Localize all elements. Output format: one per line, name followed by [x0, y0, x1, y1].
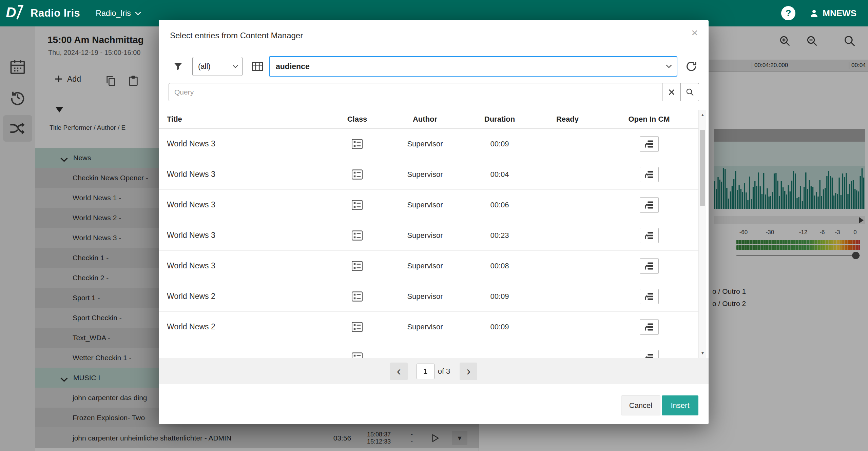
table-row[interactable]: World News 3 Supervisor 00:08 — [159, 251, 698, 281]
class-cell — [328, 261, 386, 271]
row-duration: 00:09 — [464, 140, 535, 148]
saved-search-input[interactable] — [270, 57, 677, 76]
open-in-cm-button[interactable] — [640, 228, 659, 243]
content-manager-dialog: Select entries from Content Manager × (a… — [159, 20, 709, 424]
open-in-cm-icon — [644, 170, 654, 179]
open-in-cm-button[interactable] — [640, 167, 659, 182]
help-button[interactable]: ? — [781, 6, 795, 20]
column-header-title[interactable]: Title — [159, 115, 328, 124]
row-duration: 00:06 — [464, 201, 535, 209]
document-class-icon — [351, 291, 363, 302]
row-author: Supervisor — [386, 292, 464, 301]
open-in-cm-button[interactable] — [640, 258, 659, 274]
clear-query-button[interactable] — [662, 83, 681, 101]
open-in-cm-icon — [644, 353, 654, 358]
row-author: Supervisor — [386, 201, 464, 209]
svg-text:D: D — [6, 5, 16, 21]
open-in-cm-button[interactable] — [640, 319, 659, 335]
table-row[interactable]: World News 2 Supervisor 00:09 — [159, 312, 698, 342]
open-in-cm-button[interactable] — [640, 350, 659, 358]
scrollbar-thumb[interactable] — [700, 130, 705, 206]
next-page-button[interactable]: › — [460, 363, 477, 380]
table-view-button[interactable] — [251, 61, 264, 72]
row-duration: 00:23 — [464, 231, 535, 240]
workspace-dropdown[interactable]: Radio_Iris — [96, 9, 141, 18]
filter-row: (all) — [170, 56, 699, 77]
clear-icon — [668, 88, 675, 96]
column-header-ready[interactable]: Ready — [535, 115, 600, 124]
class-cell — [328, 230, 386, 241]
category-select-value: (all) — [198, 62, 233, 71]
vertical-scrollbar[interactable]: ▲ ▼ — [698, 110, 706, 358]
open-in-cm-button[interactable] — [640, 289, 659, 304]
document-class-icon — [351, 261, 363, 271]
row-title: World News 2 — [159, 322, 328, 331]
category-select[interactable]: (all) — [192, 57, 243, 76]
table-row[interactable]: World News 3 Supervisor 00:23 — [159, 220, 698, 251]
document-class-icon — [351, 322, 363, 332]
column-header-duration[interactable]: Duration — [464, 115, 535, 124]
search-icon — [686, 88, 694, 97]
table-grid-icon — [251, 61, 264, 71]
refresh-button[interactable] — [683, 59, 699, 74]
refresh-icon — [685, 60, 697, 73]
chevron-down-icon — [233, 65, 238, 68]
open-in-cm-icon — [644, 200, 654, 210]
query-row — [169, 83, 699, 101]
filter-icon — [173, 61, 184, 72]
search-button[interactable] — [680, 83, 699, 101]
row-duration: 00:04 — [464, 170, 535, 179]
table-row[interactable]: World News 3 Supervisor 00:06 — [159, 190, 698, 220]
open-in-cm-button[interactable] — [640, 197, 659, 213]
table-row[interactable]: World News 2 Supervisor 00:09 — [159, 281, 698, 312]
open-in-cm-icon — [644, 231, 654, 240]
open-in-cm-icon — [644, 261, 654, 271]
row-title: World News 3 — [159, 261, 328, 270]
row-duration: 00:09 — [464, 292, 535, 301]
class-cell — [328, 352, 386, 358]
column-header-open-in-cm[interactable]: Open In CM — [600, 115, 698, 124]
previous-page-button[interactable]: ‹ — [390, 363, 408, 380]
row-author: Supervisor — [386, 262, 464, 270]
scroll-up-icon[interactable]: ▲ — [699, 111, 707, 119]
insert-button[interactable]: Insert — [662, 395, 698, 415]
row-duration: 00:09 — [464, 323, 535, 331]
person-icon — [809, 8, 819, 18]
page-count-label: of 3 — [438, 367, 450, 376]
column-header-class[interactable]: Class — [328, 115, 386, 124]
open-in-cm-icon — [644, 139, 654, 149]
row-author: Supervisor — [386, 231, 464, 240]
document-class-icon — [351, 139, 363, 149]
table-row[interactable]: World News 3 Supervisor 00:04 — [159, 159, 698, 190]
row-author: Supervisor — [386, 323, 464, 331]
row-author: Supervisor — [386, 170, 464, 179]
row-title: World News 3 — [159, 170, 328, 179]
table-header: Title Class Author Duration Ready Open I… — [159, 110, 698, 129]
class-cell — [328, 139, 386, 149]
table-row[interactable]: World News 3 Supervisor 00:09 — [159, 129, 698, 159]
class-cell — [328, 169, 386, 180]
saved-search-combobox[interactable] — [269, 56, 677, 77]
user-menu[interactable]: MNEWS — [809, 8, 856, 19]
open-in-cm-button[interactable] — [640, 136, 659, 152]
app-name: Radio Iris — [31, 7, 80, 19]
app-logo-icon: D — [5, 4, 26, 22]
cancel-button[interactable]: Cancel — [621, 395, 660, 415]
document-class-icon — [351, 352, 363, 358]
table-body: World News 3 Supervisor 00:09 World News… — [159, 129, 698, 358]
row-title: World News 3 — [159, 200, 328, 209]
class-cell — [328, 200, 386, 210]
user-name: MNEWS — [823, 8, 856, 19]
scroll-down-icon[interactable]: ▼ — [699, 349, 707, 357]
query-input[interactable] — [169, 83, 662, 101]
close-button[interactable]: × — [687, 25, 702, 40]
workspace-label: Radio_Iris — [96, 9, 131, 18]
application-window: D Radio Iris Radio_Iris ? MNEWS 15:00 Am… — [0, 0, 868, 451]
document-class-icon — [351, 169, 363, 180]
page-number-input[interactable] — [417, 364, 435, 379]
class-cell — [328, 322, 386, 332]
dialog-title: Select entries from Content Manager — [170, 31, 303, 40]
row-title: World News 3 — [159, 139, 328, 148]
column-header-author[interactable]: Author — [386, 115, 464, 124]
table-row[interactable] — [159, 342, 698, 358]
